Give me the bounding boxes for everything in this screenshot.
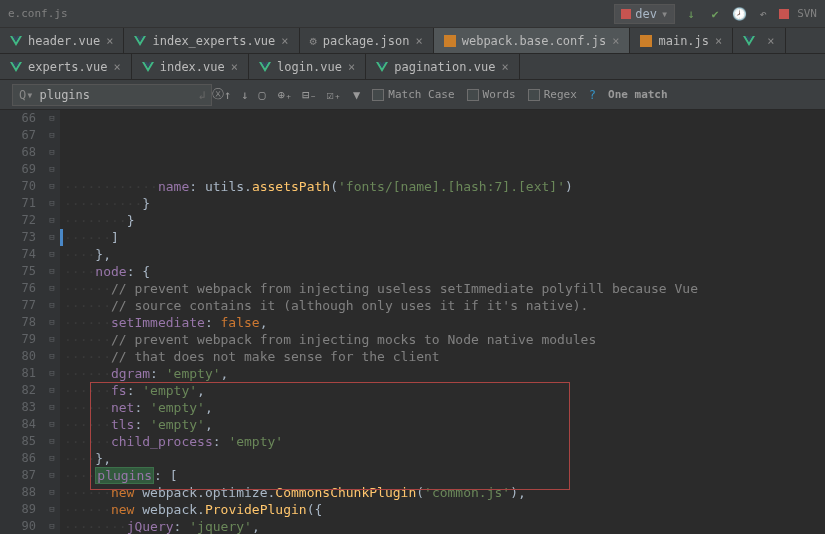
tab-label: header.vue xyxy=(28,34,100,48)
code-line[interactable]: ······new webpack.ProvidePlugin({ xyxy=(64,501,825,518)
code-line[interactable]: ······net: 'empty', xyxy=(64,399,825,416)
add-selection-icon[interactable]: ⊕₊ xyxy=(278,88,292,102)
vcs-revert-icon[interactable]: ↶ xyxy=(755,6,771,22)
editor-tab[interactable]: header.vue× xyxy=(0,28,124,53)
search-input[interactable] xyxy=(39,88,192,102)
next-match-button[interactable]: ↓ xyxy=(241,88,248,102)
vcs-commit-icon[interactable]: ✔ xyxy=(707,6,723,22)
code-line[interactable]: ····plugins: [ xyxy=(64,467,825,484)
match-count: One match xyxy=(608,88,668,101)
editor-tab[interactable]: experts.vue× xyxy=(0,54,132,79)
close-icon[interactable]: × xyxy=(767,34,774,48)
code-line[interactable]: ········jQuery: 'jquery', xyxy=(64,518,825,534)
tab-label: package.json xyxy=(323,34,410,48)
code-line[interactable]: ······// prevent webpack from injecting … xyxy=(64,331,825,348)
tab-label: login.vue xyxy=(277,60,342,74)
vue-icon xyxy=(134,36,146,46)
code-line[interactable]: ······// that does not make sense for th… xyxy=(64,348,825,365)
select-all-button[interactable]: ▢ xyxy=(258,88,265,102)
find-toolbar: Q▾ ↲ ⓧ ↑ ↓ ▢ ⊕₊ ⊟₋ ☑₊ ▼ Match Case Words… xyxy=(0,80,825,110)
close-icon[interactable]: × xyxy=(415,34,422,48)
vue-icon xyxy=(10,36,22,46)
code-line[interactable]: ······// prevent webpack from injecting … xyxy=(64,280,825,297)
code-line[interactable]: ······child_process: 'empty' xyxy=(64,433,825,450)
editor-tab[interactable]: webpack.base.conf.js× xyxy=(434,28,631,53)
code-line[interactable]: ······fs: 'empty', xyxy=(64,382,825,399)
svn-label: SVN xyxy=(797,7,817,20)
code-line[interactable]: ······new webpack.optimize.CommonsChunkP… xyxy=(64,484,825,501)
file-path: e.conf.js xyxy=(8,7,68,20)
vue-icon xyxy=(376,62,388,72)
filter-icon[interactable]: ▼ xyxy=(353,88,360,102)
branch-icon xyxy=(621,9,631,19)
clear-search-icon[interactable]: ⓧ xyxy=(212,86,224,103)
close-icon[interactable]: × xyxy=(106,34,113,48)
prev-match-button[interactable]: ↑ xyxy=(224,88,231,102)
editor-tabs-row-1: header.vue×index_experts.vue×⚙package.js… xyxy=(0,28,825,54)
match-case-checkbox[interactable]: Match Case xyxy=(372,88,454,101)
tab-label: index_experts.vue xyxy=(152,34,275,48)
tab-label: pagination.vue xyxy=(394,60,495,74)
code-line[interactable]: ····}, xyxy=(64,450,825,467)
editor-tab[interactable]: index_experts.vue× xyxy=(124,28,299,53)
tab-label: main.js xyxy=(658,34,709,48)
code-line[interactable]: ····node: { xyxy=(64,263,825,280)
tab-label: index.vue xyxy=(160,60,225,74)
code-area[interactable]: ············name: utils.assetsPath('font… xyxy=(60,110,825,534)
code-line[interactable]: ······setImmediate: false, xyxy=(64,314,825,331)
editor-tabs-row-2: experts.vue×index.vue×login.vue×paginati… xyxy=(0,54,825,80)
git-branch-selector[interactable]: dev ▾ xyxy=(614,4,675,24)
fold-gutter[interactable]: ⊟⊟⊟⊟⊟⊟⊟⊟⊟⊟⊟⊟⊟⊟⊟⊟⊟⊟⊟⊟⊟⊟⊟⊟⊟ xyxy=(44,110,60,534)
branch-name: dev xyxy=(635,7,657,21)
words-checkbox[interactable]: Words xyxy=(467,88,516,101)
close-icon[interactable]: × xyxy=(348,60,355,74)
vue-icon xyxy=(10,62,22,72)
enter-icon: ↲ xyxy=(198,88,205,102)
json-icon: ⚙ xyxy=(310,34,317,48)
code-line[interactable]: ······tls: 'empty', xyxy=(64,416,825,433)
vue-icon xyxy=(743,36,755,46)
select-occurrences-icon[interactable]: ☑₊ xyxy=(327,88,341,102)
vcs-update-icon[interactable]: ↓ xyxy=(683,6,699,22)
close-icon[interactable]: × xyxy=(113,60,120,74)
tab-label: experts.vue xyxy=(28,60,107,74)
close-icon[interactable]: × xyxy=(715,34,722,48)
close-icon[interactable]: × xyxy=(231,60,238,74)
code-line[interactable]: ······] xyxy=(64,229,825,246)
help-icon[interactable]: ? xyxy=(589,88,596,102)
code-line[interactable]: ············name: utils.assetsPath('font… xyxy=(64,178,825,195)
top-toolbar: e.conf.js dev ▾ ↓ ✔ 🕗 ↶ SVN xyxy=(0,0,825,28)
editor-tab[interactable]: ⚙package.json× xyxy=(300,28,434,53)
vue-icon xyxy=(142,62,154,72)
vcs-history-icon[interactable]: 🕗 xyxy=(731,6,747,22)
close-icon[interactable]: × xyxy=(281,34,288,48)
code-line[interactable]: ········} xyxy=(64,212,825,229)
search-input-container[interactable]: Q▾ ↲ ⓧ xyxy=(12,84,212,106)
editor-tab[interactable]: pagination.vue× xyxy=(366,54,519,79)
line-number-gutter: 6667686970717273747576777879808182838485… xyxy=(0,110,44,534)
code-line[interactable]: ······dgram: 'empty', xyxy=(64,365,825,382)
editor-tab[interactable]: × xyxy=(733,28,785,53)
code-line[interactable]: ··········} xyxy=(64,195,825,212)
editor-tab[interactable]: login.vue× xyxy=(249,54,366,79)
breakpoint-stripe xyxy=(60,229,63,246)
js-icon xyxy=(640,35,652,47)
code-line[interactable]: ····}, xyxy=(64,246,825,263)
close-icon[interactable]: × xyxy=(612,34,619,48)
editor-tab[interactable]: index.vue× xyxy=(132,54,249,79)
code-editor[interactable]: 6667686970717273747576777879808182838485… xyxy=(0,110,825,534)
editor-tab[interactable]: main.js× xyxy=(630,28,733,53)
chevron-down-icon: ▾ xyxy=(661,7,668,21)
js-icon xyxy=(444,35,456,47)
stop-icon[interactable] xyxy=(779,9,789,19)
vue-icon xyxy=(259,62,271,72)
remove-selection-icon[interactable]: ⊟₋ xyxy=(302,88,316,102)
tab-label: webpack.base.conf.js xyxy=(462,34,607,48)
search-icon: Q▾ xyxy=(19,88,33,102)
regex-checkbox[interactable]: Regex xyxy=(528,88,577,101)
code-line[interactable]: ······// source contains it (although on… xyxy=(64,297,825,314)
close-icon[interactable]: × xyxy=(501,60,508,74)
